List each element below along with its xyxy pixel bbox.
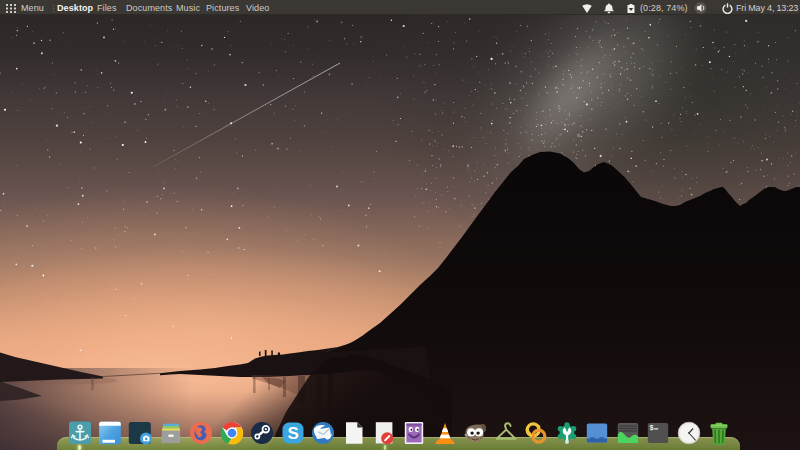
svg-text:$: $ [649,424,653,432]
svg-text:S: S [287,424,298,443]
